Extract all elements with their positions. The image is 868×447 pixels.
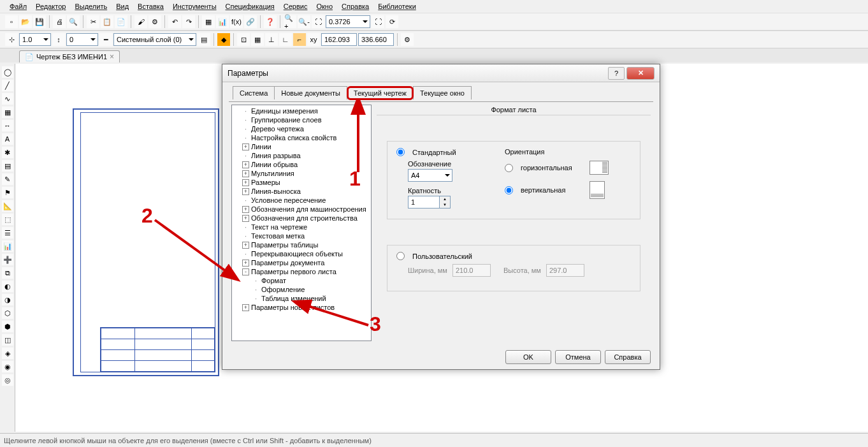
expand-icon[interactable]: + [242, 188, 249, 195]
print-icon[interactable]: 🖨 [53, 15, 66, 28]
redo-icon[interactable]: ↷ [182, 15, 195, 28]
manager-icon[interactable]: ▦ [202, 15, 215, 28]
cancel-button[interactable]: Отмена [555, 350, 601, 364]
side-tool1-icon[interactable]: ◐ [2, 281, 13, 292]
designation-combo[interactable]: A4 [408, 169, 452, 182]
dialog-help-icon[interactable]: ? [608, 67, 625, 80]
expand-icon[interactable]: + [242, 170, 249, 177]
horizontal-radio[interactable] [505, 164, 513, 172]
cut-icon[interactable]: ✂ [87, 15, 99, 28]
tree-node[interactable]: +Параметры таблицы [232, 240, 371, 249]
menu-libs[interactable]: Библиотеки [378, 3, 416, 10]
collapse-icon[interactable]: - [242, 268, 249, 275]
vars-icon[interactable]: 📊 [216, 15, 229, 28]
side-tool3-icon[interactable]: ⬡ [2, 307, 13, 319]
side-geom-icon[interactable]: ◯ [2, 66, 13, 78]
standard-radio[interactable] [396, 148, 405, 156]
side-bezier-icon[interactable]: ∿ [2, 93, 13, 105]
zoom-value-dropdown[interactable]: 0.3726 [326, 15, 370, 28]
multiplicity-spinner[interactable]: 1 ▲▼ [408, 196, 451, 209]
side-text-icon[interactable]: A [2, 133, 13, 145]
expand-icon[interactable]: + [242, 143, 249, 150]
fx-icon[interactable]: f(x) [230, 15, 243, 28]
undo-icon[interactable]: ↶ [168, 15, 181, 28]
dialog-close-icon[interactable]: ✕ [626, 67, 655, 80]
tree-node[interactable]: +Размеры [232, 178, 371, 187]
props-icon[interactable]: ⚙ [148, 15, 161, 28]
expand-icon[interactable]: + [242, 179, 249, 186]
tree-node[interactable]: +Обозначения для строительства [232, 214, 371, 223]
side-edit-icon[interactable]: ✎ [2, 173, 13, 185]
side-measure-icon[interactable]: 📐 [2, 200, 13, 212]
snap-angle-icon[interactable]: ∟ [279, 33, 292, 46]
side-tool5-icon[interactable]: ◫ [2, 334, 13, 346]
tree-node[interactable]: ·Условное пересечение [232, 196, 371, 205]
expand-icon[interactable]: + [242, 206, 249, 213]
menu-service[interactable]: Сервис [284, 3, 308, 10]
snap-end-icon[interactable]: ⊡ [237, 33, 250, 46]
menu-spec[interactable]: Спецификация [226, 3, 275, 10]
line-weight-dropdown[interactable]: 1.0 [19, 33, 51, 46]
tree-node[interactable]: +Линии обрыва [232, 160, 371, 169]
tab-new-docs[interactable]: Новые документы [274, 86, 347, 99]
side-lib-icon[interactable]: ⧉ [2, 267, 13, 279]
menu-editor[interactable]: Редактор [36, 3, 66, 10]
expand-icon[interactable]: + [242, 161, 249, 168]
tab-system[interactable]: Система [233, 86, 275, 99]
paste-icon[interactable]: 📄 [115, 15, 127, 28]
side-report-icon[interactable]: 📊 [2, 240, 13, 252]
side-hatch-icon[interactable]: ▦ [2, 106, 13, 118]
side-table-icon[interactable]: ▤ [2, 160, 13, 172]
side-tool6-icon[interactable]: ◈ [2, 348, 13, 359]
menu-tools[interactable]: Инструменты [173, 3, 217, 10]
expand-icon[interactable]: + [242, 260, 249, 267]
menu-view[interactable]: Вид [116, 3, 129, 10]
menu-window[interactable]: Окно [316, 3, 333, 10]
snap-icon[interactable]: ⊹ [5, 33, 18, 46]
help-button[interactable]: Справка [605, 350, 651, 364]
new-icon[interactable]: ▫ [5, 15, 18, 28]
copy-icon[interactable]: 📋 [101, 15, 113, 28]
side-spec-icon[interactable]: ☰ [2, 227, 13, 238]
side-select-icon[interactable]: ⬚ [2, 214, 13, 225]
tree-node[interactable]: -Параметры первого листа [232, 267, 371, 276]
tree-node[interactable]: +Параметры документа [232, 258, 371, 267]
brush-icon[interactable]: 🖌 [134, 15, 147, 28]
zoom-window-icon[interactable]: ⛶ [312, 15, 324, 28]
side-tool4-icon[interactable]: ⬢ [2, 321, 13, 332]
open-icon[interactable]: 📂 [19, 15, 32, 28]
tree-node[interactable]: +Параметры новых листов [232, 303, 371, 312]
refresh-icon[interactable]: ⟳ [386, 15, 398, 28]
expand-icon[interactable]: + [242, 304, 249, 311]
coord-x-input[interactable]: 162.093 [321, 33, 357, 46]
dialog-title-bar[interactable]: Параметры ? ✕ [222, 64, 660, 82]
tree-node[interactable]: +Обозначения для машиностроения [232, 205, 371, 214]
side-tool8-icon[interactable]: ◎ [2, 374, 13, 386]
fill-color-icon[interactable]: ◆ [217, 33, 230, 46]
side-line-icon[interactable]: ╱ [2, 80, 13, 91]
tree-node[interactable]: ·Таблица изменений [232, 294, 371, 303]
extra-icon[interactable]: ⚙ [401, 33, 414, 46]
tree-node[interactable]: ·Группирование слоев [232, 115, 371, 124]
side-dim-icon[interactable]: ↔ [2, 120, 13, 131]
coord-y-input[interactable]: 336.660 [358, 33, 394, 46]
tree-node[interactable]: ·Формат [232, 276, 371, 285]
link-icon[interactable]: 🔗 [244, 15, 257, 28]
layer-dropdown[interactable]: Системный слой (0) [113, 33, 196, 46]
custom-radio[interactable] [396, 252, 405, 260]
style-dropdown[interactable]: 0 [66, 33, 98, 46]
expand-icon[interactable]: + [242, 215, 249, 222]
zoom-in-icon[interactable]: 🔍+ [284, 15, 296, 28]
tree-node[interactable]: ·Текст на чертеже [232, 223, 371, 231]
step-icon[interactable]: ↕ [52, 33, 65, 46]
round-icon[interactable]: ⌐ [293, 33, 306, 46]
menu-help[interactable]: Справка [342, 3, 369, 10]
ok-button[interactable]: OK [505, 350, 551, 364]
save-icon[interactable]: 💾 [33, 15, 46, 28]
side-symbol-icon[interactable]: ✱ [2, 147, 13, 158]
zoom-fit-icon[interactable]: ⛶ [372, 15, 384, 28]
expand-icon[interactable]: + [242, 242, 249, 249]
tab-current-window[interactable]: Текущее окно [413, 86, 472, 99]
menu-file[interactable]: Файл [10, 3, 27, 10]
side-tool7-icon[interactable]: ◉ [2, 361, 13, 372]
